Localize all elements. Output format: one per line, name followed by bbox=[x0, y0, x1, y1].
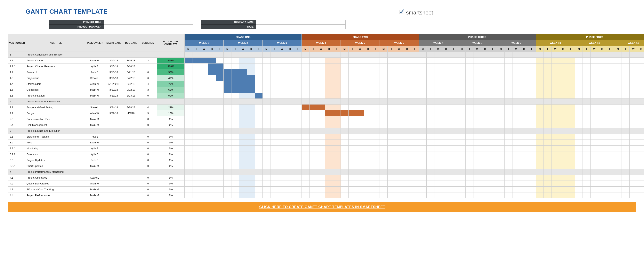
gantt-cell[interactable] bbox=[216, 116, 224, 122]
gantt-cell[interactable] bbox=[380, 64, 388, 69]
gantt-cell[interactable] bbox=[434, 134, 442, 140]
gantt-cell[interactable] bbox=[184, 116, 192, 122]
gantt-cell[interactable] bbox=[434, 140, 442, 146]
gantt-cell[interactable] bbox=[458, 146, 466, 151]
gantt-cell[interactable] bbox=[208, 134, 216, 140]
gantt-cell[interactable] bbox=[403, 52, 411, 58]
gantt-cell[interactable] bbox=[559, 122, 567, 128]
gantt-cell[interactable] bbox=[396, 192, 403, 198]
gantt-cell[interactable] bbox=[520, 187, 528, 192]
gantt-cell[interactable] bbox=[598, 146, 606, 151]
gantt-cell[interactable] bbox=[255, 163, 263, 169]
gantt-cell[interactable] bbox=[270, 134, 278, 140]
gantt-cell[interactable] bbox=[458, 81, 466, 87]
gantt-cell[interactable] bbox=[317, 187, 325, 192]
gantt-cell[interactable] bbox=[630, 163, 637, 169]
gantt-cell[interactable] bbox=[255, 140, 263, 146]
gantt-cell[interactable] bbox=[598, 134, 606, 140]
gantt-cell[interactable] bbox=[426, 192, 434, 198]
gantt-cell[interactable] bbox=[380, 110, 388, 116]
gantt-cell[interactable] bbox=[606, 157, 614, 163]
gantt-cell[interactable] bbox=[411, 151, 419, 157]
gantt-cell[interactable] bbox=[590, 146, 598, 151]
gantt-cell[interactable] bbox=[208, 192, 216, 198]
gantt-cell[interactable] bbox=[192, 157, 200, 163]
gantt-cell[interactable] bbox=[388, 64, 396, 69]
gantt-cell[interactable] bbox=[317, 105, 325, 110]
gantt-cell[interactable] bbox=[310, 93, 317, 99]
gantt-cell[interactable] bbox=[224, 69, 232, 75]
gantt-cell[interactable] bbox=[567, 146, 575, 151]
gantt-cell[interactable] bbox=[544, 64, 552, 69]
gantt-cell[interactable] bbox=[520, 169, 528, 175]
gantt-cell[interactable] bbox=[200, 151, 208, 157]
gantt-cell[interactable] bbox=[294, 52, 302, 58]
gantt-cell[interactable] bbox=[192, 87, 200, 93]
gantt-cell[interactable] bbox=[348, 163, 356, 169]
gantt-cell[interactable] bbox=[302, 69, 310, 75]
gantt-cell[interactable] bbox=[622, 122, 630, 128]
gantt-cell[interactable] bbox=[224, 181, 232, 187]
gantt-cell[interactable] bbox=[403, 99, 411, 105]
gantt-cell[interactable] bbox=[497, 99, 505, 105]
gantt-cell[interactable] bbox=[216, 175, 224, 181]
gantt-cell[interactable] bbox=[372, 105, 380, 110]
gantt-cell[interactable] bbox=[224, 99, 232, 105]
gantt-cell[interactable] bbox=[216, 163, 224, 169]
gantt-cell[interactable] bbox=[333, 75, 341, 81]
gantt-cell[interactable] bbox=[356, 75, 364, 81]
gantt-cell[interactable] bbox=[458, 58, 466, 64]
gantt-cell[interactable] bbox=[255, 146, 263, 151]
gantt-cell[interactable] bbox=[614, 187, 622, 192]
gantt-cell[interactable] bbox=[426, 134, 434, 140]
gantt-cell[interactable] bbox=[419, 163, 426, 169]
gantt-cell[interactable] bbox=[466, 146, 474, 151]
gantt-cell[interactable] bbox=[294, 87, 302, 93]
gantt-cell[interactable] bbox=[294, 187, 302, 192]
gantt-cell[interactable] bbox=[434, 187, 442, 192]
gantt-cell[interactable] bbox=[302, 116, 310, 122]
gantt-cell[interactable] bbox=[419, 99, 426, 105]
gantt-cell[interactable] bbox=[505, 146, 512, 151]
gantt-cell[interactable] bbox=[598, 163, 606, 169]
gantt-cell[interactable] bbox=[559, 128, 567, 134]
gantt-cell[interactable] bbox=[512, 69, 520, 75]
gantt-cell[interactable] bbox=[466, 93, 474, 99]
gantt-cell[interactable] bbox=[200, 157, 208, 163]
gantt-cell[interactable] bbox=[630, 181, 637, 187]
gantt-cell[interactable] bbox=[575, 64, 583, 69]
gantt-cell[interactable] bbox=[442, 187, 450, 192]
gantt-cell[interactable] bbox=[637, 99, 644, 105]
gantt-cell[interactable] bbox=[434, 99, 442, 105]
gantt-cell[interactable] bbox=[239, 187, 247, 192]
gantt-cell[interactable] bbox=[192, 181, 200, 187]
gantt-cell[interactable] bbox=[364, 69, 372, 75]
gantt-cell[interactable] bbox=[184, 69, 192, 75]
gantt-cell[interactable] bbox=[224, 140, 232, 146]
gantt-cell[interactable] bbox=[481, 105, 489, 110]
gantt-cell[interactable] bbox=[536, 128, 544, 134]
gantt-cell[interactable] bbox=[278, 151, 286, 157]
gantt-cell[interactable] bbox=[575, 99, 583, 105]
gantt-cell[interactable] bbox=[614, 151, 622, 157]
gantt-cell[interactable] bbox=[590, 93, 598, 99]
gantt-cell[interactable] bbox=[520, 87, 528, 93]
gantt-cell[interactable] bbox=[474, 81, 481, 87]
gantt-cell[interactable] bbox=[184, 163, 192, 169]
gantt-cell[interactable] bbox=[411, 87, 419, 93]
gantt-cell[interactable] bbox=[552, 187, 559, 192]
gantt-cell[interactable] bbox=[637, 69, 644, 75]
gantt-cell[interactable] bbox=[434, 81, 442, 87]
gantt-cell[interactable] bbox=[552, 122, 559, 128]
gantt-cell[interactable] bbox=[247, 69, 255, 75]
gantt-cell[interactable] bbox=[200, 99, 208, 105]
gantt-cell[interactable] bbox=[622, 175, 630, 181]
gantt-cell[interactable] bbox=[630, 52, 637, 58]
gantt-cell[interactable] bbox=[481, 58, 489, 64]
gantt-cell[interactable] bbox=[505, 181, 512, 187]
gantt-cell[interactable] bbox=[505, 64, 512, 69]
gantt-cell[interactable] bbox=[614, 116, 622, 122]
gantt-cell[interactable] bbox=[528, 122, 536, 128]
gantt-cell[interactable] bbox=[302, 52, 310, 58]
gantt-cell[interactable] bbox=[372, 87, 380, 93]
